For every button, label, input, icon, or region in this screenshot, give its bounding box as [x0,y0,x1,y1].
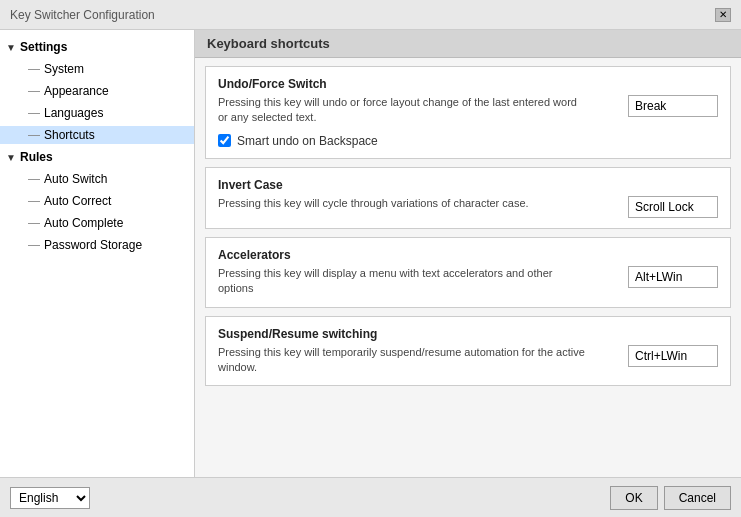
sidebar-item-auto-complete[interactable]: — Auto Complete [0,212,194,234]
sidebar-item-shortcuts[interactable]: — Shortcuts [0,124,194,146]
sidebar-item-auto-switch[interactable]: — Auto Switch [0,168,194,190]
title-bar: Key Switcher Configuration ✕ [0,0,741,30]
settings-label: Settings [20,40,67,54]
password-storage-label: Password Storage [44,238,142,252]
section-row-2: Pressing this key will display a menu wi… [218,266,718,297]
languages-label: Languages [44,106,103,120]
section-row-3: Pressing this key will temporarily suspe… [218,345,718,376]
right-panel: Keyboard shortcuts Undo/Force SwitchPres… [195,30,741,477]
section-title-0: Undo/Force Switch [218,77,718,91]
dash-icon: — [28,172,40,186]
sidebar-item-password-storage[interactable]: — Password Storage [0,234,194,256]
section-desc-1: Pressing this key will cycle through var… [218,196,588,211]
main-content: ▼ Settings — System — Appearance — Langu… [0,30,741,477]
panel-body: Undo/Force SwitchPressing this key will … [195,58,741,477]
shortcuts-label: Shortcuts [44,128,95,142]
shortcut-section-2: AcceleratorsPressing this key will displ… [205,237,731,308]
section-title-1: Invert Case [218,178,718,192]
key-input-2[interactable] [628,266,718,288]
close-button[interactable]: ✕ [715,8,731,22]
auto-correct-label: Auto Correct [44,194,111,208]
language-dropdown[interactable]: English [10,487,90,509]
dash-icon: — [28,238,40,252]
dash-icon: — [28,216,40,230]
sidebar-item-auto-correct[interactable]: — Auto Correct [0,190,194,212]
footer-buttons: OK Cancel [610,486,731,510]
sidebar-item-system[interactable]: — System [0,58,194,80]
system-label: System [44,62,84,76]
rules-expander-icon: ▼ [4,150,18,164]
dash-icon: — [28,62,40,76]
key-input-3[interactable] [628,345,718,367]
dash-icon: — [28,106,40,120]
appearance-label: Appearance [44,84,109,98]
section-desc-3: Pressing this key will temporarily suspe… [218,345,588,376]
shortcut-section-0: Undo/Force SwitchPressing this key will … [205,66,731,159]
section-row-1: Pressing this key will cycle through var… [218,196,718,218]
cancel-button[interactable]: Cancel [664,486,731,510]
checkbox-label-0: Smart undo on Backspace [237,134,378,148]
language-selector[interactable]: English [10,487,90,509]
sidebar-item-rules[interactable]: ▼ Rules [0,146,194,168]
settings-expander-icon: ▼ [4,40,18,54]
ok-button[interactable]: OK [610,486,657,510]
window-title: Key Switcher Configuration [10,8,155,22]
dash-icon: — [28,194,40,208]
section-row-0: Pressing this key will undo or force lay… [218,95,718,126]
shortcut-section-3: Suspend/Resume switchingPressing this ke… [205,316,731,387]
section-title-3: Suspend/Resume switching [218,327,718,341]
auto-switch-label: Auto Switch [44,172,107,186]
auto-complete-label: Auto Complete [44,216,123,230]
checkbox-row-0: Smart undo on Backspace [218,134,718,148]
sidebar: ▼ Settings — System — Appearance — Langu… [0,30,195,477]
sidebar-item-appearance[interactable]: — Appearance [0,80,194,102]
shortcut-section-1: Invert CasePressing this key will cycle … [205,167,731,229]
dash-icon: — [28,128,40,142]
key-input-0[interactable] [628,95,718,117]
section-desc-0: Pressing this key will undo or force lay… [218,95,588,126]
sidebar-item-languages[interactable]: — Languages [0,102,194,124]
panel-header: Keyboard shortcuts [195,30,741,58]
rules-label: Rules [20,150,53,164]
section-title-2: Accelerators [218,248,718,262]
key-input-1[interactable] [628,196,718,218]
sidebar-item-settings[interactable]: ▼ Settings [0,36,194,58]
dash-icon: — [28,84,40,98]
section-desc-2: Pressing this key will display a menu wi… [218,266,588,297]
footer: English OK Cancel [0,477,741,517]
checkbox-0[interactable] [218,134,231,147]
